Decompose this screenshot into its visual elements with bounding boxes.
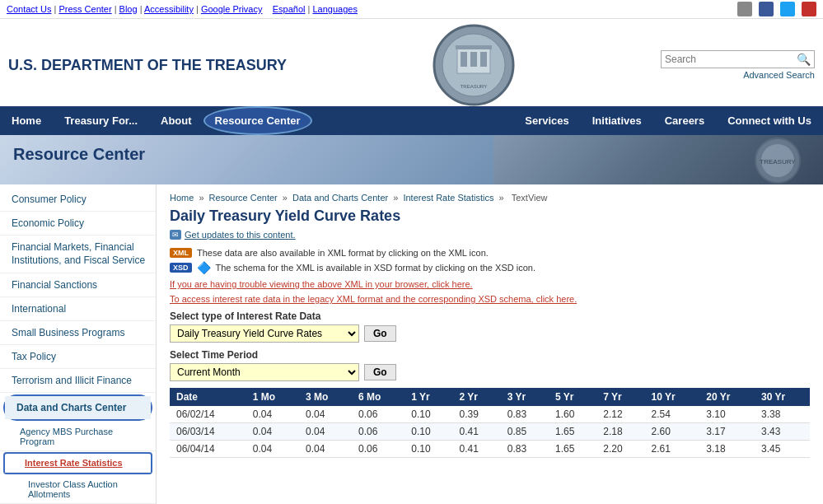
contact-link[interactable]: Contact Us — [7, 4, 51, 14]
content-wrap: Consumer Policy Economic Policy Financia… — [0, 184, 823, 504]
svg-rect-3 — [461, 52, 467, 67]
breadcrumb: Home » Resource Center » Data and Charts… — [170, 193, 810, 203]
sidebar-small-business[interactable]: Small Business Programs — [0, 321, 156, 345]
updates-link-row: ✉ Get updates to this content. — [170, 230, 810, 240]
sidebar-consumer-policy[interactable]: Consumer Policy — [0, 188, 156, 212]
search-input[interactable] — [665, 54, 797, 65]
col-2yr: 2 Yr — [453, 388, 501, 406]
breadcrumb-home[interactable]: Home — [170, 193, 194, 203]
sidebar-international[interactable]: International — [0, 297, 156, 321]
table-cell: 0.41 — [453, 423, 501, 441]
table-cell: 0.04 — [299, 441, 352, 458]
table-body: 06/02/140.040.040.060.100.390.831.602.12… — [170, 406, 810, 458]
updates-link[interactable]: Get updates to this content. — [185, 230, 296, 240]
sidebar-data-charts[interactable]: Data and Charts Center — [5, 396, 151, 419]
table-cell: 3.43 — [755, 423, 810, 441]
xsd-note: XSD 🔷 The schema for the XML is availabl… — [170, 261, 810, 274]
hero-title: Resource Center — [13, 145, 145, 164]
table-cell: 3.38 — [755, 406, 810, 423]
youtube-icon[interactable] — [802, 2, 816, 16]
table-cell: 0.10 — [404, 406, 452, 423]
col-6mo: 6 Mo — [352, 388, 404, 406]
nav-home[interactable]: Home — [0, 106, 53, 135]
breadcrumb-interest-rate[interactable]: Interest Rate Statistics — [403, 193, 493, 203]
table-cell: 0.83 — [501, 441, 549, 458]
main-content: Home » Resource Center » Data and Charts… — [157, 184, 823, 504]
legacy-link-row: To access interest rate data in the lega… — [170, 294, 810, 304]
sidebar-interest-rate-oval: Interest Rate Statistics — [3, 452, 152, 474]
col-10yr: 10 Yr — [645, 388, 700, 406]
email-social-icon[interactable] — [737, 2, 752, 16]
header: U.S. DEPARTMENT OF THE TREASURY TREASURY… — [0, 19, 823, 106]
table-cell: 2.18 — [596, 423, 644, 441]
col-1mo: 1 Mo — [246, 388, 299, 406]
table-cell: 0.06 — [352, 441, 404, 458]
hero-banner: Resource Center TREASURY — [0, 135, 823, 184]
sidebar-financial-sanctions[interactable]: Financial Sanctions — [0, 273, 156, 297]
breadcrumb-resource-center[interactable]: Resource Center — [209, 193, 278, 203]
table-cell: 0.06 — [352, 406, 404, 423]
envelope-icon: ✉ — [170, 230, 181, 240]
table-cell: 2.12 — [596, 406, 644, 423]
table-cell: 1.65 — [549, 423, 596, 441]
go-button-type[interactable]: Go — [364, 325, 396, 342]
top-bar-links: Contact Us | Press Center | Blog | Acces… — [7, 4, 358, 14]
nav-careers[interactable]: Careers — [653, 106, 716, 135]
advanced-search-link[interactable]: Advanced Search — [743, 70, 815, 80]
hero-seal: TREASURY — [732, 137, 807, 184]
accessibility-link[interactable]: Accessibility — [144, 4, 194, 14]
table-cell: 2.60 — [645, 423, 700, 441]
interest-rate-type-select[interactable]: Daily Treasury Yield Curve Rates Daily T… — [170, 324, 359, 343]
breadcrumb-data-charts[interactable]: Data and Charts Center — [292, 193, 388, 203]
blog-link[interactable]: Blog — [119, 4, 138, 14]
sidebar-financial-markets[interactable]: Financial Markets, Financial Institution… — [0, 236, 156, 273]
espanol-link[interactable]: Español — [273, 4, 306, 14]
col-date: Date — [170, 388, 246, 406]
table-cell: 0.06 — [352, 423, 404, 441]
table-cell: 3.10 — [699, 406, 755, 423]
sidebar-economic-policy[interactable]: Economic Policy — [0, 212, 156, 236]
twitter-icon[interactable] — [780, 2, 795, 16]
search-area: 🔍 Advanced Search — [661, 50, 815, 80]
sidebar-data-charts-oval: Data and Charts Center — [3, 394, 152, 421]
time-period-select[interactable]: Current Month This Month Last Month This… — [170, 363, 359, 381]
search-button[interactable]: 🔍 — [797, 53, 811, 66]
table-row: 06/03/140.040.040.060.100.410.851.652.18… — [170, 423, 810, 441]
form-label-period: Select Time Period — [170, 349, 810, 361]
facebook-icon[interactable] — [759, 2, 774, 16]
social-bar — [737, 2, 816, 16]
legacy-link[interactable]: To access interest rate data in the lega… — [170, 294, 577, 304]
go-button-period[interactable]: Go — [364, 364, 396, 380]
search-box[interactable]: 🔍 — [661, 50, 815, 68]
trouble-link-row: If you are having trouble viewing the ab… — [170, 279, 810, 289]
nav-services[interactable]: Services — [513, 106, 581, 135]
breadcrumb-current: TextView — [512, 193, 548, 203]
privacy-link[interactable]: Google Privacy — [201, 4, 263, 14]
press-link[interactable]: Press Center — [58, 4, 111, 14]
table-cell: 0.85 — [501, 423, 549, 441]
sidebar-agency-mbs[interactable]: Agency MBS Purchase Program — [0, 422, 156, 451]
col-20yr: 20 Yr — [699, 388, 755, 406]
table-cell: 0.10 — [404, 423, 452, 441]
table-cell: 0.04 — [246, 406, 299, 423]
nav-resource-center[interactable]: Resource Center — [203, 106, 312, 135]
col-3mo: 3 Mo — [299, 388, 352, 406]
nav-about[interactable]: About — [149, 106, 203, 135]
table-cell: 3.18 — [699, 441, 755, 458]
sidebar-investor-class[interactable]: Investor Class Auction Allotments — [0, 475, 156, 504]
languages-link[interactable]: Languages — [312, 4, 357, 14]
trouble-link[interactable]: If you are having trouble viewing the ab… — [170, 279, 473, 289]
table-cell: 0.04 — [246, 423, 299, 441]
nav-initiatives[interactable]: Initiatives — [581, 106, 653, 135]
main-nav: Home Treasury For... About Resource Cent… — [0, 106, 823, 135]
svg-text:TREASURY: TREASURY — [760, 158, 796, 166]
xml-note: XML These data are also available in XML… — [170, 248, 810, 258]
nav-connect[interactable]: Connect with Us — [716, 106, 823, 135]
sidebar-tax-policy[interactable]: Tax Policy — [0, 345, 156, 369]
page-title: Daily Treasury Yield Curve Rates — [170, 208, 810, 225]
xsd-note-text: The schema for the XML is available in X… — [216, 263, 535, 273]
col-1yr: 1 Yr — [404, 388, 452, 406]
sidebar-terrorism[interactable]: Terrorism and Illicit Finance — [0, 369, 156, 393]
nav-treasury-for[interactable]: Treasury For... — [53, 106, 149, 135]
sidebar-interest-rate[interactable]: Interest Rate Statistics — [5, 454, 151, 473]
